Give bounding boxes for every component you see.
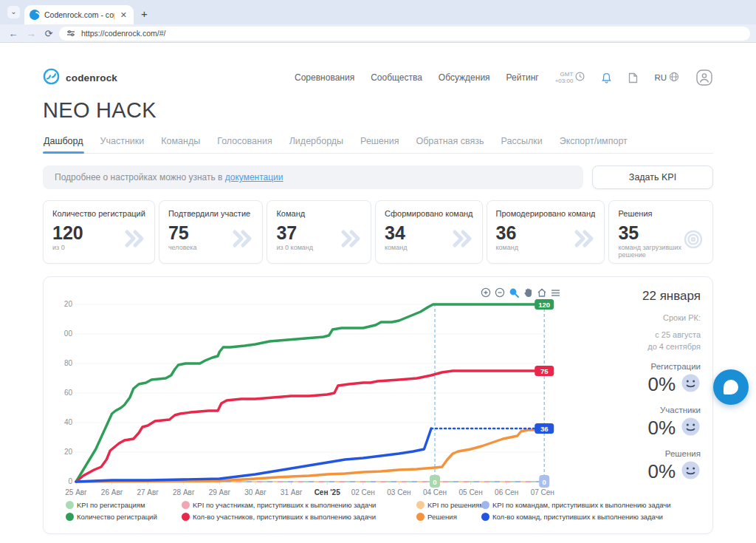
new-tab-button[interactable]: + bbox=[141, 7, 148, 20]
metric-label-solutions: Решения bbox=[605, 449, 701, 458]
profile-avatar-icon[interactable] bbox=[695, 69, 713, 86]
legend-marker bbox=[182, 501, 190, 509]
forward-icon[interactable]: → bbox=[24, 28, 38, 39]
tab-search-button[interactable]: ⌄ bbox=[7, 6, 20, 18]
svg-text:100: 100 bbox=[64, 329, 72, 338]
nav-communities[interactable]: Сообщества bbox=[371, 72, 422, 83]
svg-text:0: 0 bbox=[68, 477, 72, 485]
line-chart-canvas[interactable]: 02040608010012025 Авг26 Авг27 Авг28 Авг2… bbox=[64, 295, 588, 503]
tab-teams[interactable]: Команды bbox=[160, 132, 201, 153]
nav-discussions[interactable]: Обсуждения bbox=[439, 72, 490, 83]
section-tabs: Дашборд Участники Команды Голосования Ли… bbox=[43, 132, 713, 154]
info-banner: Подробнее о настройках можно узнать в до… bbox=[43, 165, 583, 189]
current-date: 22 января bbox=[605, 289, 701, 304]
legend-marker bbox=[66, 513, 74, 521]
browser-tab-strip: ⌄ Codenrock.com - соревновани ✕ + bbox=[0, 0, 756, 24]
tab-mailings[interactable]: Рассылки bbox=[501, 132, 543, 153]
tab-votings[interactable]: Голосования bbox=[216, 132, 272, 153]
svg-text:80: 80 bbox=[64, 359, 72, 367]
card-teams-formed[interactable]: Сформировано команд 34 команд bbox=[375, 200, 483, 264]
timezone-line1: GMT bbox=[555, 71, 574, 78]
legend-item[interactable]: Кол-во участников, приступивших к выполн… bbox=[182, 513, 416, 521]
card-teams[interactable]: Команд 37 из 0 команд bbox=[267, 200, 371, 264]
legend-marker bbox=[416, 501, 425, 509]
svg-text:27 Авг: 27 Авг bbox=[137, 488, 159, 496]
chat-widget-button[interactable] bbox=[713, 369, 749, 405]
legend-marker bbox=[416, 513, 425, 521]
legend-item[interactable]: Количество регистраций bbox=[66, 513, 182, 521]
globe-icon bbox=[669, 72, 679, 83]
document-icon[interactable] bbox=[628, 72, 638, 83]
chat-bubble-icon bbox=[724, 380, 738, 395]
legend-marker bbox=[182, 513, 190, 521]
url-bar[interactable]: https://codenrock.com/#/ bbox=[59, 27, 750, 41]
legend-item[interactable]: KPI по решениям bbox=[416, 501, 481, 509]
svg-text:30 Авг: 30 Авг bbox=[244, 488, 267, 496]
svg-text:05 Сен: 05 Сен bbox=[458, 488, 482, 496]
deadline-label: Сроки РК: bbox=[605, 313, 701, 322]
reload-icon[interactable]: ⟳ bbox=[41, 28, 56, 39]
browser-toolbar: ← → ⟳ https://codenrock.com/#/ bbox=[0, 24, 756, 43]
dashboard-chart-panel: 02040608010012025 Авг26 Авг27 Авг28 Авг2… bbox=[43, 276, 713, 534]
double-chevron-icon bbox=[123, 229, 145, 251]
card-teams-moderated[interactable]: Промодерировано команд 36 команд bbox=[487, 200, 605, 264]
legend-item[interactable]: Решения bbox=[416, 513, 481, 521]
documentation-link[interactable]: документации bbox=[225, 172, 284, 182]
browser-chrome: ⌄ Codenrock.com - соревновани ✕ + ← → ⟳ … bbox=[0, 0, 756, 43]
deadline-range: с 25 августа до 4 сентября bbox=[605, 329, 701, 352]
tab-title: Codenrock.com - соревновани bbox=[44, 10, 114, 19]
svg-text:0: 0 bbox=[433, 478, 436, 486]
metric-label-participants: Участники bbox=[605, 406, 701, 414]
legend-item[interactable]: KPI по участникам, приступивших к выполн… bbox=[182, 501, 416, 509]
site-settings-icon[interactable] bbox=[66, 29, 75, 38]
metric-value-registrations: 0% bbox=[647, 373, 676, 396]
tab-solutions[interactable]: Решения bbox=[360, 132, 399, 153]
svg-text:120: 120 bbox=[64, 300, 72, 308]
legend-item[interactable]: KPI по командам, приступивших к выполнен… bbox=[481, 501, 671, 509]
nav-competitions[interactable]: Соревнования bbox=[295, 72, 354, 83]
svg-text:06 Сен: 06 Сен bbox=[495, 488, 518, 496]
svg-text:26 Авг: 26 Авг bbox=[101, 488, 123, 496]
svg-text:36: 36 bbox=[540, 425, 549, 433]
svg-text:25 Авг: 25 Авг bbox=[65, 488, 87, 496]
svg-text:03 Сен: 03 Сен bbox=[387, 488, 410, 496]
language-code: RU bbox=[654, 73, 667, 82]
double-chevron-icon bbox=[451, 229, 473, 251]
brand[interactable]: codenrock bbox=[43, 68, 117, 88]
top-nav: Соревнования Сообщества Обсуждения Рейти… bbox=[295, 69, 713, 86]
card-solutions[interactable]: Решения 35 команд загрузивших решение bbox=[608, 200, 713, 264]
smiley-icon bbox=[681, 460, 701, 483]
chart-side-panel: 22 января Сроки РК: с 25 августа до 4 се… bbox=[605, 289, 701, 483]
svg-text:28 Авг: 28 Авг bbox=[173, 488, 195, 496]
clock-icon bbox=[575, 71, 585, 84]
card-confirmed[interactable]: Подтвердили участие 75 человека bbox=[159, 200, 264, 264]
back-icon[interactable]: ← bbox=[6, 28, 21, 39]
tab-dashboard[interactable]: Дашборд bbox=[43, 132, 84, 153]
nav-rating[interactable]: Рейтинг bbox=[506, 72, 539, 83]
legend-item[interactable]: KPI по регистрациям bbox=[66, 501, 182, 509]
tab-feedback[interactable]: Обратная связь bbox=[415, 132, 484, 153]
svg-text:02 Сен: 02 Сен bbox=[351, 488, 375, 496]
legend-item[interactable]: Кол-во команд, приступивших к выполнению… bbox=[481, 513, 671, 521]
legend-marker bbox=[481, 513, 489, 521]
svg-text:04 Сен: 04 Сен bbox=[423, 488, 447, 496]
smiley-icon bbox=[681, 373, 701, 396]
site-favicon bbox=[30, 10, 40, 20]
brand-name: codenrock bbox=[66, 72, 117, 83]
tab-leaderboards[interactable]: Лидерборды bbox=[289, 132, 344, 153]
metric-label-registrations: Регистрации bbox=[605, 362, 701, 371]
browser-tab[interactable]: Codenrock.com - соревновани ✕ bbox=[24, 5, 134, 24]
timezone-indicator[interactable]: GMT +03:00 bbox=[555, 71, 585, 84]
tab-close-icon[interactable]: ✕ bbox=[119, 10, 128, 20]
notifications-bell-icon[interactable] bbox=[601, 72, 612, 83]
page-title: NEO HACK bbox=[43, 98, 713, 123]
language-switcher[interactable]: RU bbox=[654, 72, 679, 83]
double-chevron-icon bbox=[231, 229, 253, 251]
chart-legend: KPI по регистрациям KPI по участникам, п… bbox=[66, 501, 671, 521]
card-registrations[interactable]: Количество регистраций 120 из 0 bbox=[43, 200, 155, 264]
tab-export-import[interactable]: Экспорт/импорт bbox=[559, 132, 628, 153]
svg-text:0: 0 bbox=[543, 478, 546, 486]
metric-value-participants: 0% bbox=[647, 417, 676, 440]
tab-participants[interactable]: Участники bbox=[100, 132, 145, 153]
set-kpi-button[interactable]: Задать KPI bbox=[592, 165, 713, 189]
